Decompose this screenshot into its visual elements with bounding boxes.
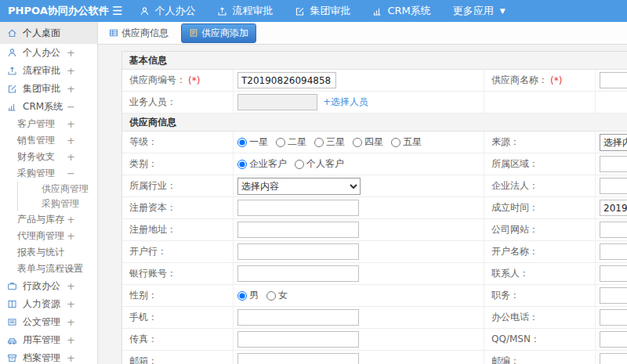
tab-supplier-info[interactable]: 供应商信息 xyxy=(104,24,173,42)
sidebar-item-form-workflow-settings[interactable]: 表单与流程设置+ xyxy=(0,261,97,277)
sidebar-item-personal-office[interactable]: 个人办公+ xyxy=(0,44,97,62)
tab-supplier-add[interactable]: 供应商添加 xyxy=(181,23,256,43)
supplier-name-input[interactable] xyxy=(600,72,627,88)
expand-plus-icon[interactable]: + xyxy=(67,352,75,364)
level-radio-3[interactable] xyxy=(353,138,362,147)
sidebar-item-reports-stats-label: 报表与统计 xyxy=(17,246,64,259)
sidebar-item-vehicle-mgmt[interactable]: 用车管理+ xyxy=(0,331,97,349)
gender-radio-1[interactable] xyxy=(266,291,276,301)
empty-label-cell xyxy=(484,92,596,113)
sidebar-item-personal-desktop[interactable]: 个人桌面 xyxy=(0,22,97,44)
sidebar-item-purchasing-mgmt-label: 采购管理 xyxy=(42,197,79,211)
sidebar-item-finance-income-expense[interactable]: 财务收支+ xyxy=(0,149,97,165)
expand-plus-icon[interactable]: + xyxy=(67,65,75,77)
expand-plus-icon[interactable]: + xyxy=(67,280,75,292)
level-option-1[interactable]: 二星 xyxy=(276,135,306,149)
office-phone-input[interactable] xyxy=(600,309,627,326)
sidebar-item-customer-mgmt[interactable]: 客户管理+ xyxy=(0,116,97,132)
gender-option-1[interactable]: 女 xyxy=(266,289,288,302)
topnav-workflow-approval-label: 流程审批 xyxy=(232,4,273,18)
sidebar-item-group-approval[interactable]: 集团审批+ xyxy=(0,80,97,98)
expand-plus-icon[interactable]: + xyxy=(67,47,75,59)
sidebar-item-human-resources[interactable]: 人力资源+ xyxy=(0,295,97,313)
form-row: 开户行： 开户名称： xyxy=(122,241,627,263)
mobile-input[interactable] xyxy=(237,309,359,326)
expand-plus-icon[interactable]: + xyxy=(67,83,75,95)
gender-option-0[interactable]: 男 xyxy=(237,289,259,302)
founding-date-field xyxy=(596,197,627,218)
account-name-input[interactable] xyxy=(600,243,627,260)
topnav-group-approval[interactable]: 集团审批 xyxy=(295,4,350,18)
sidebar-item-purchasing-mgmt[interactable]: 采购管理 xyxy=(17,196,97,211)
expand-plus-icon[interactable]: + xyxy=(67,334,75,346)
edit-icon xyxy=(7,84,17,94)
bank-input[interactable] xyxy=(237,243,359,260)
sidebar-item-reports-stats[interactable]: 报表与统计 xyxy=(0,244,97,261)
industry-select[interactable]: 选择内容 xyxy=(237,178,361,195)
region-input[interactable] xyxy=(600,156,627,172)
registered-capital-input[interactable] xyxy=(237,200,359,216)
bank-account-input[interactable] xyxy=(237,265,359,282)
fax-input[interactable] xyxy=(237,331,359,348)
registered-address-input[interactable] xyxy=(237,222,359,238)
topnav-workflow-approval[interactable]: 流程审批 xyxy=(217,4,273,18)
position-input[interactable] xyxy=(600,287,627,304)
expand-plus-icon[interactable]: + xyxy=(67,316,75,328)
topnav-personal-office[interactable]: 个人办公 xyxy=(140,4,195,18)
mobile-field xyxy=(234,307,484,328)
source-select[interactable]: 选择内容 xyxy=(600,134,627,151)
category-option-1[interactable]: 个人客户 xyxy=(295,157,344,171)
business-person-picker-link[interactable]: +选择人员 xyxy=(323,96,368,109)
sidebar-item-sales-mgmt[interactable]: 销售管理+ xyxy=(0,132,97,149)
level-option-0[interactable]: 一星 xyxy=(237,135,268,149)
category-radio-0[interactable] xyxy=(237,160,247,169)
qq-msn-input[interactable] xyxy=(600,331,627,348)
sidebar-item-workflow-approval[interactable]: 流程审批+ xyxy=(0,62,97,80)
sidebar-item-purchase-mgmt[interactable]: 采购管理− xyxy=(0,165,97,182)
category-option-0[interactable]: 企业客户 xyxy=(237,157,287,171)
expand-plus-icon[interactable]: + xyxy=(67,263,75,275)
founding-date-input[interactable] xyxy=(600,200,627,216)
form-row: 供应商编号：(*) 供应商名称：(*) xyxy=(122,70,627,92)
tab-supplier-add-label: 供应商添加 xyxy=(201,27,248,40)
expand-plus-icon[interactable]: + xyxy=(67,118,75,130)
sidebar-item-product-inventory[interactable]: 产品与库存+ xyxy=(0,211,97,228)
expand-plus-icon[interactable]: + xyxy=(67,135,75,146)
sidebar-item-document-mgmt[interactable]: 公文管理+ xyxy=(0,313,97,331)
sidebar-item-crm-system[interactable]: CRM系统− xyxy=(0,98,97,116)
topnav-crm-system[interactable]: CRM系统 xyxy=(372,4,430,18)
level-radio-4[interactable] xyxy=(391,138,400,147)
collapse-minus-icon[interactable]: − xyxy=(67,168,75,179)
business-person-input[interactable] xyxy=(237,94,317,110)
topnav-more-apps[interactable]: 更多应用▼ xyxy=(453,4,506,18)
contact-person-input[interactable] xyxy=(600,265,627,282)
sidebar-item-archive-mgmt[interactable]: 档案管理+ xyxy=(0,349,97,364)
gender-radio-0[interactable] xyxy=(237,291,247,301)
sidebar-item-product-inventory-label: 产品与库存 xyxy=(17,213,64,226)
sidebar-item-supplier-mgmt[interactable]: 供应商管理 xyxy=(17,182,97,196)
expand-plus-icon[interactable]: + xyxy=(67,298,75,310)
category-radio-1[interactable] xyxy=(295,160,304,169)
level-radio-0[interactable] xyxy=(237,138,247,147)
level-radio-2[interactable] xyxy=(314,138,324,147)
expand-plus-icon[interactable]: + xyxy=(67,214,75,225)
level-radio-1[interactable] xyxy=(276,138,285,147)
email-input[interactable] xyxy=(237,353,359,364)
level-option-3[interactable]: 四星 xyxy=(353,135,383,149)
sidebar-item-admin-office[interactable]: 行政办公+ xyxy=(0,277,97,295)
supplier-code-input[interactable] xyxy=(237,72,336,88)
expand-plus-icon[interactable]: + xyxy=(67,230,75,242)
workflow-icon xyxy=(217,6,227,16)
level-option-2[interactable]: 三星 xyxy=(314,135,345,149)
zip-code-input[interactable] xyxy=(600,353,627,364)
company-website-input[interactable] xyxy=(600,222,627,238)
legal-person-input[interactable] xyxy=(600,178,627,194)
sidebar-item-group-approval-label: 集团审批 xyxy=(23,82,60,96)
level-option-4[interactable]: 五星 xyxy=(391,135,422,149)
collapse-minus-icon[interactable]: − xyxy=(67,101,75,113)
account-name-field xyxy=(596,241,627,262)
hamburger-menu-icon[interactable]: ☰ xyxy=(112,5,122,17)
sidebar-item-agent-mgmt[interactable]: 代理商管理+ xyxy=(0,228,97,244)
expand-plus-icon[interactable]: + xyxy=(67,151,75,163)
home-icon xyxy=(7,28,17,38)
